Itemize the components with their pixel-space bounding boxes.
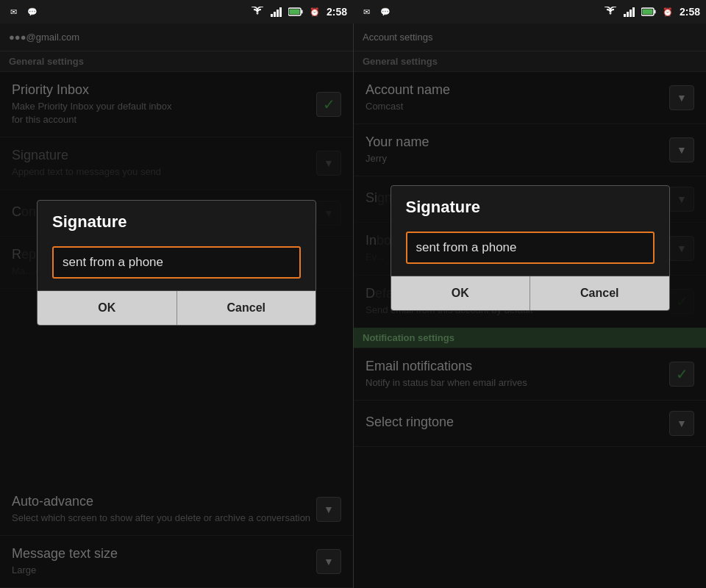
right-dialog-title: Signature bbox=[391, 186, 669, 226]
left-dialog-backdrop: Signature OK Cancel bbox=[0, 24, 353, 588]
left-system-icons: ⏰ 2:58 bbox=[250, 6, 347, 18]
status-bar-left: ✉ 💬 bbox=[0, 6, 353, 18]
left-dialog-input-wrap bbox=[38, 240, 315, 290]
clock-icon-left: ⏰ bbox=[307, 6, 322, 18]
signal-icon-left bbox=[269, 6, 284, 18]
right-dialog-input[interactable] bbox=[406, 232, 655, 264]
svg-rect-0 bbox=[271, 14, 273, 17]
battery-icon-right bbox=[641, 6, 656, 18]
time-left: 2:58 bbox=[327, 6, 347, 18]
wifi-icon-left bbox=[250, 6, 265, 18]
left-dialog-title: Signature bbox=[38, 201, 315, 240]
panels-container: ●●●@gmail.com General settings Priority … bbox=[0, 24, 706, 588]
left-dialog-ok-button[interactable]: OK bbox=[38, 291, 176, 325]
chat-icon-left: 💬 bbox=[25, 6, 40, 18]
right-dialog-backdrop: Signature OK Cancel bbox=[354, 24, 706, 588]
left-dialog-buttons: OK Cancel bbox=[38, 290, 315, 325]
svg-rect-9 bbox=[630, 10, 632, 17]
chat-icon-right: 💬 bbox=[378, 6, 393, 18]
svg-rect-13 bbox=[642, 10, 652, 15]
right-dialog-cancel-button[interactable]: Cancel bbox=[530, 276, 669, 310]
right-panel: Account settings General settings Accoun… bbox=[353, 24, 706, 588]
right-status-icons: ✉ 💬 bbox=[359, 6, 393, 18]
svg-rect-2 bbox=[277, 10, 279, 17]
svg-rect-12 bbox=[654, 10, 655, 14]
signal-icon-right bbox=[622, 6, 637, 18]
svg-rect-8 bbox=[627, 12, 629, 17]
left-dialog: Signature OK Cancel bbox=[37, 200, 316, 326]
time-right: 2:58 bbox=[680, 6, 700, 18]
right-system-icons: ⏰ 2:58 bbox=[603, 6, 700, 18]
svg-rect-6 bbox=[289, 10, 299, 15]
status-bar: ✉ 💬 bbox=[0, 0, 706, 24]
left-panel: ●●●@gmail.com General settings Priority … bbox=[0, 24, 353, 588]
left-dialog-cancel-button[interactable]: Cancel bbox=[176, 291, 316, 325]
right-dialog-buttons: OK Cancel bbox=[391, 276, 669, 310]
svg-rect-5 bbox=[301, 10, 302, 14]
left-dialog-input[interactable] bbox=[52, 246, 301, 279]
clock-icon-right: ⏰ bbox=[660, 6, 675, 18]
right-dialog-ok-button[interactable]: OK bbox=[391, 276, 530, 310]
svg-rect-10 bbox=[632, 7, 635, 17]
gmail-icon-left: ✉ bbox=[6, 6, 21, 18]
svg-rect-3 bbox=[279, 7, 282, 17]
gmail-icon-right: ✉ bbox=[359, 6, 374, 18]
status-bar-right: ✉ 💬 bbox=[353, 6, 706, 18]
svg-rect-7 bbox=[624, 14, 626, 17]
right-dialog: Signature OK Cancel bbox=[391, 185, 670, 311]
battery-icon-left bbox=[288, 6, 303, 18]
right-dialog-input-wrap bbox=[391, 226, 669, 276]
wifi-icon-right bbox=[603, 6, 618, 18]
svg-rect-1 bbox=[274, 12, 276, 17]
left-status-icons: ✉ 💬 bbox=[6, 6, 40, 18]
